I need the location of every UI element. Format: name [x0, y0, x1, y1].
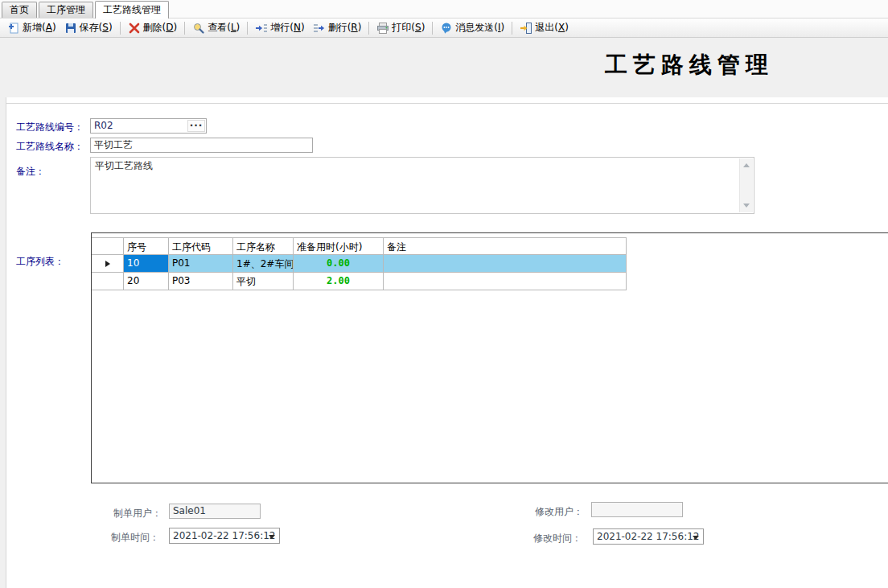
table-header-row: 序号 工序代码 工序名称 准备用时(小时) 备注	[92, 237, 627, 255]
cell-prep-time[interactable]: 2.00	[294, 273, 384, 290]
button-label: 删行(R)	[328, 21, 362, 35]
route-code-input[interactable]: R02 ···	[90, 118, 207, 134]
panel-divider	[6, 103, 888, 104]
modify-time-value: 2021-02-22 17:56:12	[597, 531, 699, 542]
header-prep-time[interactable]: 准备用时(小时)	[294, 237, 384, 255]
button-label: 增行(N)	[270, 21, 304, 35]
header-code[interactable]: 工序代码	[169, 237, 233, 255]
cell-code[interactable]: P03	[169, 273, 233, 290]
cell-code[interactable]: P01	[169, 255, 233, 273]
view-icon	[192, 22, 205, 35]
modify-time-label: 修改时间：	[533, 532, 582, 545]
toolbar-separator	[120, 22, 121, 35]
cell-name[interactable]: 1#、2#车间	[233, 255, 294, 273]
message-send-button[interactable]: 消息发送(I)	[436, 20, 508, 36]
remark-value: 平切工艺路线	[95, 160, 153, 171]
header-remark[interactable]: 备注	[384, 237, 627, 255]
toolbar-separator	[512, 22, 512, 35]
button-label: 新增(A)	[23, 21, 56, 35]
delete-row-button[interactable]: 删行(R)	[309, 20, 366, 36]
row-indicator-cell	[92, 255, 124, 273]
view-button[interactable]: 查看(L)	[188, 20, 244, 36]
message-send-icon	[440, 22, 453, 35]
tab-process-management[interactable]: 工序管理	[39, 2, 93, 18]
modifier-label: 修改用户：	[535, 505, 583, 519]
process-list-label: 工序列表：	[16, 255, 64, 269]
tab-home[interactable]: 首页	[2, 2, 37, 18]
exit-icon	[520, 22, 532, 35]
chevron-down-icon	[269, 535, 275, 539]
button-label: 保存(S)	[80, 21, 113, 35]
exit-button[interactable]: 退出(X)	[516, 20, 573, 36]
row-indicator-cell	[92, 273, 124, 290]
button-label: 打印(S)	[392, 21, 425, 35]
delete-icon	[128, 22, 141, 35]
route-code-value: R02	[94, 120, 113, 131]
button-label: 消息发送(I)	[455, 21, 504, 35]
button-label: 删除(D)	[143, 21, 178, 35]
delete-row-icon	[313, 22, 326, 35]
save-button[interactable]: 保存(S)	[60, 20, 117, 36]
creator-input[interactable]: Sale01	[169, 504, 261, 519]
toolbar-separator	[368, 22, 369, 35]
save-icon	[64, 22, 77, 35]
table-row[interactable]: 20 P03 平切 2.00	[92, 273, 627, 290]
modify-time-combo[interactable]: 2021-02-22 17:56:12	[593, 528, 704, 545]
cell-prep-time[interactable]: 0.00	[294, 255, 384, 273]
cell-name[interactable]: 平切	[233, 273, 294, 290]
chevron-down-icon	[693, 536, 699, 540]
create-time-combo[interactable]: 2021-02-22 17:56:12	[169, 528, 280, 544]
insert-row-icon	[255, 22, 268, 35]
toolbar: 新增(A) 保存(S) 删除(D) 查看(L) 增行(N)	[0, 19, 888, 38]
route-name-label: 工艺路线名称：	[16, 140, 84, 154]
header-indicator	[92, 237, 124, 255]
route-code-label: 工艺路线编号：	[16, 121, 84, 134]
tab-route-management[interactable]: 工艺路线管理	[95, 1, 169, 19]
cell-seq[interactable]: 10	[124, 255, 169, 273]
route-name-input[interactable]: 平切工艺	[90, 138, 313, 153]
remark-scrollbar[interactable]	[739, 158, 753, 212]
modifier-input[interactable]	[591, 502, 683, 517]
create-time-label: 制单时间：	[111, 531, 159, 545]
print-icon	[376, 22, 389, 35]
scroll-up-icon[interactable]	[743, 163, 750, 167]
table-row[interactable]: 10 P01 1#、2#车间 0.00	[92, 255, 627, 273]
process-table: 序号 工序代码 工序名称 准备用时(小时) 备注 10 P01 1#、2#车间 …	[92, 237, 627, 290]
toolbar-separator	[184, 22, 185, 35]
page-title: 工艺路线管理	[605, 50, 774, 80]
process-grid: 序号 工序代码 工序名称 准备用时(小时) 备注 10 P01 1#、2#车间 …	[91, 232, 888, 483]
insert-row-button[interactable]: 增行(N)	[251, 20, 308, 36]
cell-remark[interactable]	[384, 255, 627, 273]
new-document-icon	[7, 22, 20, 35]
remark-label: 备注：	[16, 165, 45, 179]
button-label: 查看(L)	[208, 21, 240, 35]
toolbar-separator	[247, 22, 248, 35]
cell-seq[interactable]: 20	[124, 273, 169, 290]
header-seq[interactable]: 序号	[124, 237, 169, 255]
cell-remark[interactable]	[384, 273, 627, 290]
scroll-down-icon[interactable]	[743, 204, 750, 208]
remark-textarea[interactable]: 平切工艺路线	[90, 157, 754, 214]
create-time-value: 2021-02-22 17:56:12	[173, 530, 275, 541]
creator-label: 制单用户：	[113, 507, 162, 520]
header-name[interactable]: 工序名称	[233, 237, 294, 255]
button-label: 退出(X)	[535, 21, 569, 35]
tab-bar: 首页 工序管理 工艺路线管理	[0, 0, 888, 19]
toolbar-separator	[432, 22, 433, 35]
row-indicator-icon	[105, 261, 110, 267]
print-button[interactable]: 打印(S)	[372, 20, 429, 36]
new-button[interactable]: 新增(A)	[3, 20, 60, 36]
delete-button[interactable]: 删除(D)	[124, 20, 182, 36]
ellipsis-button[interactable]: ···	[187, 120, 205, 132]
